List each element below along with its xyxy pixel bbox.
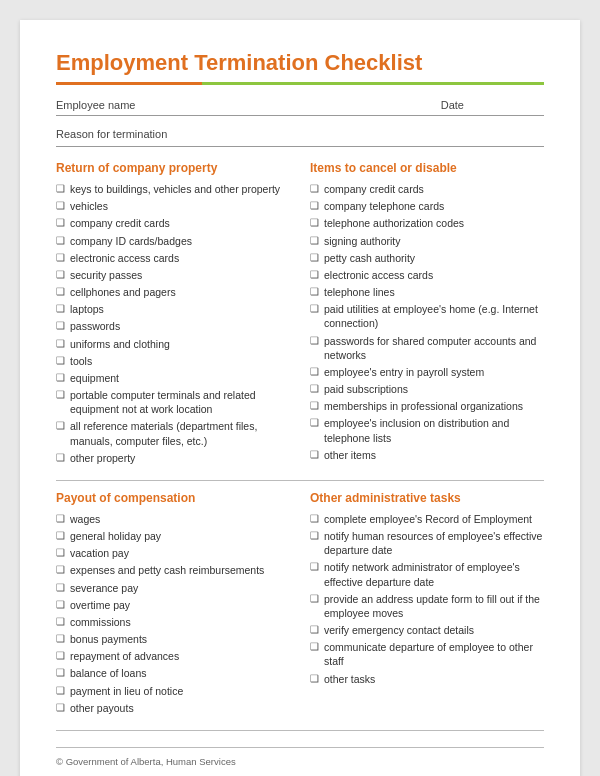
list-item: electronic access cards bbox=[310, 268, 544, 282]
footer: © Government of Alberta, Human Services bbox=[56, 747, 544, 767]
list-item: telephone authorization codes bbox=[310, 216, 544, 230]
list-item: company telephone cards bbox=[310, 199, 544, 213]
list-item: payment in lieu of notice bbox=[56, 684, 290, 698]
list-item: other items bbox=[310, 448, 544, 462]
list-item: paid utilities at employee's home (e.g. … bbox=[310, 302, 544, 330]
list-item: memberships in professional organization… bbox=[310, 399, 544, 413]
list-item: other property bbox=[56, 451, 290, 465]
list-item: portable computer terminals and related … bbox=[56, 388, 290, 416]
list-item: general holiday pay bbox=[56, 529, 290, 543]
page-title: Employment Termination Checklist bbox=[56, 50, 544, 76]
list-item: verify emergency contact details bbox=[310, 623, 544, 637]
employee-name-row: Employee name Date bbox=[56, 99, 544, 116]
reason-label: Reason for termination bbox=[56, 128, 167, 140]
list-item: petty cash authority bbox=[310, 251, 544, 265]
list-item: other tasks bbox=[310, 672, 544, 686]
list-item: complete employee's Record of Employment bbox=[310, 512, 544, 526]
list-item: expenses and petty cash reimbursements bbox=[56, 563, 290, 577]
list-item: other payouts bbox=[56, 701, 290, 715]
return-section: Return of company property keys to build… bbox=[56, 161, 290, 468]
list-item: telephone lines bbox=[310, 285, 544, 299]
list-item: cellphones and pagers bbox=[56, 285, 290, 299]
list-item: provide an address update form to fill o… bbox=[310, 592, 544, 620]
cancel-section: Items to cancel or disable company credi… bbox=[310, 161, 544, 468]
list-item: equipment bbox=[56, 371, 290, 385]
payout-title: Payout of compensation bbox=[56, 491, 290, 505]
list-item: severance pay bbox=[56, 581, 290, 595]
list-item: employee's inclusion on distribution and… bbox=[310, 416, 544, 444]
list-item: commissions bbox=[56, 615, 290, 629]
list-item: company credit cards bbox=[56, 216, 290, 230]
admin-checklist: complete employee's Record of Employment… bbox=[310, 512, 544, 686]
payout-section: Payout of compensation wagesgeneral holi… bbox=[56, 491, 290, 718]
cancel-title: Items to cancel or disable bbox=[310, 161, 544, 175]
list-item: company ID cards/badges bbox=[56, 234, 290, 248]
top-sections: Return of company property keys to build… bbox=[56, 161, 544, 468]
date-label: Date bbox=[441, 99, 464, 111]
list-item: all reference materials (department file… bbox=[56, 419, 290, 447]
list-item: overtime pay bbox=[56, 598, 290, 612]
mid-divider bbox=[56, 480, 544, 481]
employee-name-label: Employee name bbox=[56, 99, 136, 111]
list-item: tools bbox=[56, 354, 290, 368]
list-item: passwords for shared computer accounts a… bbox=[310, 334, 544, 362]
list-item: wages bbox=[56, 512, 290, 526]
list-item: laptops bbox=[56, 302, 290, 316]
list-item: vacation pay bbox=[56, 546, 290, 560]
admin-title: Other administrative tasks bbox=[310, 491, 544, 505]
payout-checklist: wagesgeneral holiday payvacation payexpe… bbox=[56, 512, 290, 715]
list-item: keys to buildings, vehicles and other pr… bbox=[56, 182, 290, 196]
cancel-checklist: company credit cardscompany telephone ca… bbox=[310, 182, 544, 462]
list-item: vehicles bbox=[56, 199, 290, 213]
bottom-sections: Payout of compensation wagesgeneral holi… bbox=[56, 491, 544, 718]
return-title: Return of company property bbox=[56, 161, 290, 175]
document-page: Employment Termination Checklist Employe… bbox=[20, 20, 580, 776]
list-item: company credit cards bbox=[310, 182, 544, 196]
list-item: paid subscriptions bbox=[310, 382, 544, 396]
return-checklist: keys to buildings, vehicles and other pr… bbox=[56, 182, 290, 465]
list-item: security passes bbox=[56, 268, 290, 282]
list-item: notify human resources of employee's eff… bbox=[310, 529, 544, 557]
list-item: bonus payments bbox=[56, 632, 290, 646]
list-item: passwords bbox=[56, 319, 290, 333]
title-underline bbox=[56, 82, 544, 85]
list-item: uniforms and clothing bbox=[56, 337, 290, 351]
list-item: repayment of advances bbox=[56, 649, 290, 663]
list-item: employee's entry in payroll system bbox=[310, 365, 544, 379]
list-item: balance of loans bbox=[56, 666, 290, 680]
list-item: communicate departure of employee to oth… bbox=[310, 640, 544, 668]
list-item: electronic access cards bbox=[56, 251, 290, 265]
reason-row: Reason for termination bbox=[56, 124, 544, 147]
list-item: notify network administrator of employee… bbox=[310, 560, 544, 588]
admin-section: Other administrative tasks complete empl… bbox=[310, 491, 544, 718]
bottom-divider bbox=[56, 730, 544, 731]
list-item: signing authority bbox=[310, 234, 544, 248]
